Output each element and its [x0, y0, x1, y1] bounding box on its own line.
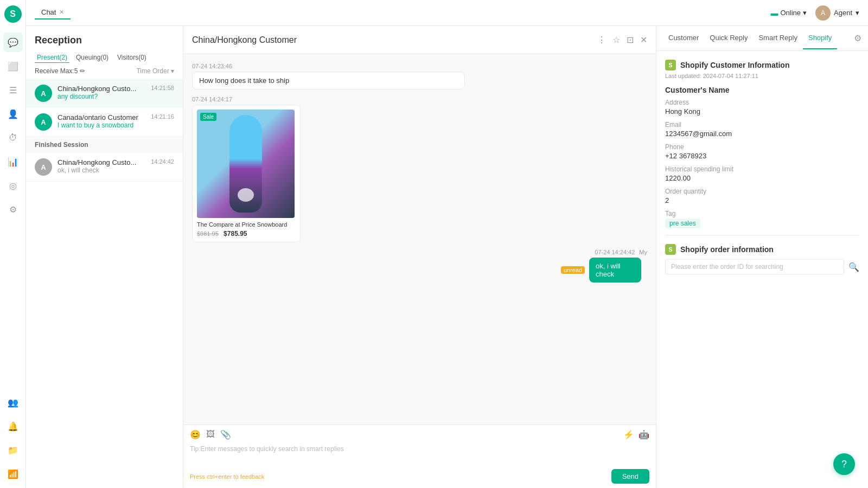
msg-timestamp-2: 07-24 14:24:17: [192, 96, 647, 102]
nav-list[interactable]: ☰: [3, 80, 23, 100]
sidebar-tabs: Present(2) Queuing(0) Visitors(0): [26, 50, 183, 67]
chat-info-finished-1: China/Hongkong Custo... ok, i will check: [58, 158, 145, 174]
msg-timestamp-3: 07-24 14:24:42: [595, 249, 635, 255]
nav-folder[interactable]: 📁: [3, 440, 23, 460]
shopify-order-logo: S: [665, 244, 676, 255]
bot-icon[interactable]: 🤖: [639, 429, 649, 440]
chat-actions: ⋮ ☆ ⊡ ✕: [597, 35, 647, 45]
shopify-logo: S: [665, 60, 676, 70]
product-card[interactable]: Sale The Compare at Price Snowboard $981…: [192, 105, 301, 242]
sidebar-list: A China/Hongkong Custo... any discount? …: [26, 79, 183, 488]
tab-close-icon[interactable]: ✕: [59, 9, 64, 16]
message-3-outgoing: 07-24 14:24:42 My unread ok, i will chec…: [561, 249, 647, 282]
sidebar-tab-present[interactable]: Present(2): [35, 53, 69, 63]
chat-item-active-2[interactable]: A Canada/ontario Customer I want to buy …: [26, 108, 183, 137]
chat-name-1: China/Hongkong Custo...: [58, 85, 145, 93]
divider: [665, 235, 859, 235]
send-button[interactable]: Send: [611, 469, 649, 484]
transfer-icon[interactable]: ⊡: [627, 35, 634, 45]
emoji-icon[interactable]: 😊: [190, 429, 201, 440]
sidebar: Reception Present(2) Queuing(0) Visitors…: [26, 26, 183, 488]
chat-header: China/Hongkong Customer ⋮ ☆ ⊡ ✕: [183, 26, 656, 54]
chat-preview-2: I want to buy a snowboard: [58, 121, 145, 129]
tab-label: Chat: [41, 8, 56, 16]
snowboard-graphic: [229, 115, 262, 213]
chat-time-finished-1: 14:24:42: [151, 158, 174, 165]
order-search-row: 🔍: [665, 259, 859, 274]
product-price: $981.95 $785.95: [197, 230, 296, 237]
more-options-icon[interactable]: ⋮: [597, 35, 606, 45]
chat-input-area: 😊 🖼 📎 ⚡ 🤖 Tip:Enter messages to quickly …: [183, 425, 656, 488]
tab-smart-reply[interactable]: Smart Reply: [753, 27, 803, 49]
nav-history[interactable]: ⏱: [3, 128, 23, 147]
attachment-icon[interactable]: 📎: [220, 429, 231, 440]
chat-name-2: Canada/ontario Customer: [58, 113, 145, 121]
product-price-sale: $785.95: [224, 230, 247, 237]
right-content: S Shopify Customer Information Last upda…: [656, 51, 868, 488]
tab-quick-reply[interactable]: Quick Reply: [704, 27, 753, 49]
shopify-order-title: Shopify order information: [680, 245, 774, 254]
receive-max[interactable]: Receive Max:5 ✏: [35, 67, 85, 75]
chat-item-active-1[interactable]: A China/Hongkong Custo... any discount? …: [26, 79, 183, 108]
right-tabs: Customer Quick Reply Smart Reply Shopify…: [656, 26, 868, 51]
app-logo: S: [4, 5, 22, 23]
star-icon[interactable]: ☆: [612, 35, 620, 45]
agent-avatar: A: [815, 5, 831, 21]
customer-name-section-title: Customer's Name: [665, 86, 859, 94]
tab-customer[interactable]: Customer: [663, 27, 704, 49]
msg-bubble-1: How long does it take to ship: [192, 72, 465, 89]
chat-tab[interactable]: Chat ✕: [35, 6, 71, 20]
historical-spending-label: Historical spending limit: [665, 165, 859, 173]
address-field: Address Hong Kong: [665, 99, 859, 115]
order-search-input[interactable]: [665, 259, 844, 274]
left-navigation: S 💬 ⬜ ☰ 👤 ⏱ 📊 ◎ ⚙ 👥 🔔 📁 📶: [0, 0, 26, 488]
nav-analytics[interactable]: 📊: [3, 152, 23, 171]
tag-label: Tag: [665, 210, 859, 217]
sidebar-tab-visitors[interactable]: Visitors(0): [115, 53, 149, 63]
tab-shopify[interactable]: Shopify: [803, 27, 837, 49]
nav-users[interactable]: 👥: [3, 393, 23, 412]
sidebar-meta: Receive Max:5 ✏ Time Order ▾: [26, 67, 183, 79]
settings-icon[interactable]: ⚙: [854, 33, 861, 43]
tag-value: pre sales: [665, 219, 700, 228]
status-label: Online: [780, 9, 801, 17]
chat-item-finished-1[interactable]: A China/Hongkong Custo... ok, i will che…: [26, 153, 183, 182]
shopify-section-header: S Shopify Customer Information: [665, 60, 859, 70]
chat-name-finished-1: China/Hongkong Custo...: [58, 158, 145, 166]
nav-settings[interactable]: ⚙: [3, 200, 23, 219]
nav-contacts[interactable]: 👤: [3, 104, 23, 124]
nav-bell[interactable]: 🔔: [3, 416, 23, 436]
help-button[interactable]: ?: [833, 453, 855, 475]
sidebar-tab-queuing[interactable]: Queuing(0): [74, 53, 111, 63]
input-toolbar: 😊 🖼 📎 ⚡ 🤖: [190, 429, 649, 440]
customer-info-section: Customer's Name Address Hong Kong Email …: [665, 86, 859, 228]
order-quantity-label: Order quantity: [665, 188, 859, 195]
nav-inbox[interactable]: ⬜: [3, 56, 23, 76]
chat-avatar-1: A: [35, 85, 52, 102]
chat-avatar-2: A: [35, 113, 52, 131]
chat-preview-finished-1: ok, i will check: [58, 166, 145, 174]
input-hint: Press ctrl+enter to feedback: [190, 473, 264, 480]
image-icon[interactable]: 🖼: [206, 429, 215, 440]
order-quantity-field: Order quantity 2: [665, 188, 859, 204]
lightning-icon[interactable]: ⚡: [623, 429, 634, 440]
input-footer: Press ctrl+enter to feedback Send: [190, 469, 649, 484]
input-tools: 😊 🖼 📎: [190, 429, 231, 440]
close-chat-icon[interactable]: ✕: [640, 35, 647, 45]
product-image: Sale: [197, 110, 295, 218]
chat-preview-1: any discount?: [58, 93, 145, 100]
nav-wifi[interactable]: 📶: [3, 464, 23, 484]
nav-chat[interactable]: 💬: [3, 33, 23, 52]
status-dropdown-icon: ▾: [803, 9, 807, 17]
status-badge[interactable]: ▬ Online ▾: [770, 9, 807, 17]
agent-badge[interactable]: A Agent ▾: [815, 5, 859, 21]
agent-label: Agent: [834, 9, 852, 17]
nav-location[interactable]: ◎: [3, 176, 23, 195]
order-section-header: S Shopify order information: [665, 244, 859, 255]
time-order[interactable]: Time Order ▾: [136, 67, 174, 75]
email-value: 1234567@gmail.com: [665, 130, 859, 138]
main-container: Chat ✕ ▬ Online ▾ A Agent ▾ Reception Pr…: [26, 0, 868, 488]
order-search-icon[interactable]: 🔍: [848, 262, 859, 272]
agent-dropdown-icon: ▾: [856, 9, 859, 17]
input-field[interactable]: Tip:Enter messages to quickly search in …: [190, 443, 649, 465]
